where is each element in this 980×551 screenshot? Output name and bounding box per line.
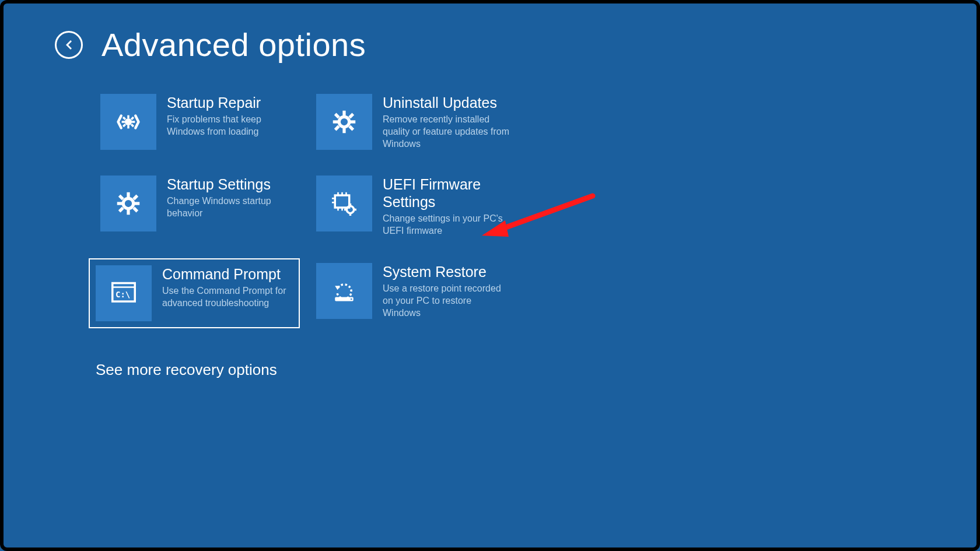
tile-title: UEFI Firmware Settings	[383, 176, 511, 210]
arrow-left-icon	[62, 38, 76, 52]
svg-rect-7	[131, 117, 134, 120]
tile-text: Startup Repair Fix problems that keep Wi…	[167, 94, 295, 138]
tile-desc: Change Windows startup behavior	[167, 195, 295, 220]
svg-point-0	[125, 118, 132, 125]
option-uninstall-updates[interactable]: Uninstall Updates Remove recently instal…	[312, 89, 516, 155]
tile-text: Startup Settings Change Windows startup …	[167, 176, 295, 220]
tile-desc: Fix problems that keep Windows from load…	[167, 114, 295, 138]
tile-desc: Remove recently installed quality or fea…	[383, 114, 511, 150]
svg-rect-21	[117, 202, 123, 205]
page-title: Advanced options	[102, 26, 366, 64]
svg-point-18	[123, 199, 134, 209]
tile-text: Uninstall Updates Remove recently instal…	[383, 94, 511, 150]
svg-rect-8	[123, 124, 126, 127]
header: Advanced options	[4, 3, 977, 64]
option-startup-settings[interactable]: Startup Settings Change Windows startup …	[96, 171, 300, 242]
command-prompt-icon: C:\	[96, 265, 152, 321]
tile-title: Startup Repair	[167, 94, 295, 111]
svg-marker-44	[335, 286, 340, 290]
tile-text: System Restore Use a restore point recor…	[383, 263, 511, 319]
tile-desc: Use a restore point recorded on your PC …	[383, 283, 511, 319]
svg-rect-22	[135, 202, 140, 205]
svg-rect-4	[132, 121, 135, 123]
svg-rect-12	[333, 120, 338, 123]
tile-text: UEFI Firmware Settings Change settings i…	[383, 176, 511, 237]
option-system-restore[interactable]: System Restore Use a restore point recor…	[312, 258, 516, 328]
back-button[interactable]	[55, 31, 83, 59]
chip-gear-icon	[316, 176, 372, 231]
see-more-recovery-options[interactable]: See more recovery options	[96, 361, 977, 379]
svg-rect-19	[127, 192, 130, 198]
tile-title: System Restore	[383, 263, 511, 280]
option-command-prompt[interactable]: C:\ Command Prompt Use the Command Promp…	[89, 258, 300, 328]
svg-rect-3	[122, 121, 125, 123]
svg-rect-11	[342, 128, 345, 134]
startup-repair-icon	[100, 94, 156, 150]
option-uefi-firmware[interactable]: UEFI Firmware Settings Change settings i…	[312, 171, 516, 242]
svg-rect-39	[344, 209, 347, 211]
tile-title: Startup Settings	[167, 176, 295, 193]
svg-rect-5	[123, 117, 126, 120]
svg-rect-10	[342, 111, 345, 116]
tile-desc: Use the Command Prompt for advanced trou…	[162, 285, 290, 310]
svg-rect-2	[127, 125, 130, 128]
svg-rect-13	[351, 120, 356, 123]
options-area: Startup Repair Fix problems that keep Wi…	[4, 64, 977, 379]
svg-point-46	[351, 299, 352, 300]
svg-rect-20	[127, 210, 130, 215]
svg-rect-1	[127, 115, 130, 118]
system-restore-icon	[316, 263, 372, 319]
tile-text: Command Prompt Use the Command Prompt fo…	[162, 265, 290, 310]
tile-title: Command Prompt	[162, 265, 290, 283]
options-grid: Startup Repair Fix problems that keep Wi…	[96, 89, 977, 328]
tile-title: Uninstall Updates	[383, 94, 511, 111]
tile-desc: Change settings in your PC's UEFI firmwa…	[383, 213, 511, 237]
svg-rect-37	[349, 203, 352, 206]
svg-rect-40	[354, 209, 356, 211]
option-startup-repair[interactable]: Startup Repair Fix problems that keep Wi…	[96, 89, 300, 155]
svg-rect-6	[131, 124, 134, 127]
svg-rect-27	[335, 195, 349, 208]
svg-point-9	[339, 117, 349, 127]
gear-icon	[316, 94, 372, 150]
gear-icon	[100, 176, 156, 231]
svg-rect-38	[349, 213, 352, 216]
svg-text:C:\: C:\	[116, 290, 130, 299]
